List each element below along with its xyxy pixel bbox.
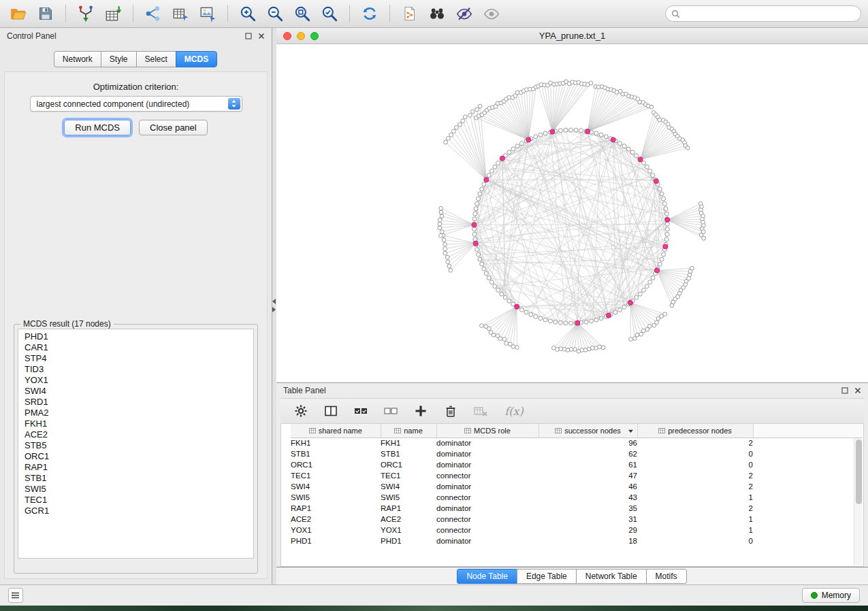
- import-network-button[interactable]: [74, 3, 97, 24]
- mcds-node-item[interactable]: SWI4: [25, 386, 253, 397]
- refresh-view-button[interactable]: [358, 3, 381, 24]
- table-cell: TEC1: [381, 470, 436, 481]
- column-header-name[interactable]: name: [381, 424, 436, 437]
- criterion-value: largest connected component (undirected): [37, 99, 190, 109]
- mcds-node-item[interactable]: ORC1: [25, 451, 253, 462]
- search-network-button[interactable]: [425, 3, 449, 24]
- add-column-button[interactable]: [413, 403, 429, 419]
- zoom-window-dot[interactable]: [310, 32, 319, 40]
- hide-panel-button[interactable]: [453, 3, 476, 24]
- mcds-node-item[interactable]: TID3: [25, 364, 253, 375]
- memory-button[interactable]: Memory: [802, 588, 860, 603]
- network-canvas[interactable]: [276, 44, 868, 382]
- tab-network-table[interactable]: Network Table: [576, 569, 647, 584]
- fx-icon: f(x): [504, 405, 523, 418]
- collapse-left-icon[interactable]: [272, 299, 276, 304]
- table-row[interactable]: RAP1RAP1dominator352: [291, 503, 862, 514]
- table-cell: 43: [539, 492, 637, 503]
- table-row[interactable]: SWI4SWI4dominator462: [291, 481, 862, 492]
- table-row[interactable]: FKH1FKH1dominator962: [291, 437, 862, 448]
- columns-icon: [324, 404, 338, 418]
- select-all-button[interactable]: [353, 403, 369, 419]
- show-column-button[interactable]: [323, 403, 339, 419]
- close-window-dot[interactable]: [283, 32, 291, 40]
- delete-column-button[interactable]: [443, 403, 459, 419]
- mcds-node-item[interactable]: RAP1: [25, 462, 253, 473]
- mcds-node-item[interactable]: SWI5: [25, 484, 253, 495]
- column-header-successor-nodes[interactable]: successor nodes: [539, 424, 637, 437]
- tab-edge-table[interactable]: Edge Table: [517, 569, 577, 584]
- close-panel-icon[interactable]: [854, 387, 861, 394]
- export-image-button[interactable]: [196, 3, 219, 24]
- scrollbar-thumb[interactable]: [856, 440, 862, 504]
- mcds-node-item[interactable]: CAR1: [25, 342, 253, 353]
- mcds-node-item[interactable]: STB1: [25, 473, 253, 484]
- new-network-button[interactable]: [142, 3, 165, 24]
- mcds-node-item[interactable]: SRD1: [25, 397, 253, 408]
- tab-style[interactable]: Style: [101, 51, 137, 67]
- table-row[interactable]: PHD1PHD1dominator180: [291, 535, 862, 546]
- mcds-node-item[interactable]: STB5: [25, 440, 253, 451]
- table-row[interactable]: ORC1ORC1dominator610: [291, 459, 862, 470]
- search-box: [665, 5, 861, 22]
- mcds-node-item[interactable]: GCR1: [25, 506, 253, 516]
- zoom-selected-button[interactable]: [318, 3, 341, 24]
- criterion-select[interactable]: largest connected component (undirected): [30, 96, 242, 112]
- tab-select[interactable]: Select: [136, 51, 176, 67]
- delete-table-button[interactable]: [472, 403, 489, 419]
- table-cell: SWI4: [381, 481, 436, 492]
- table-row[interactable]: ACE2ACE2connector311: [291, 514, 862, 525]
- table-cell: dominator: [436, 481, 539, 492]
- function-builder-button[interactable]: f(x): [502, 403, 526, 419]
- mcds-node-item[interactable]: YOX1: [25, 375, 253, 386]
- mcds-node-item[interactable]: FKH1: [25, 418, 253, 429]
- zoom-fit-button[interactable]: [291, 3, 314, 24]
- table-cell: 35: [539, 503, 637, 514]
- search-input[interactable]: [684, 8, 855, 19]
- panel-menu-button[interactable]: [8, 588, 23, 603]
- table-cell: 2: [637, 470, 753, 481]
- close-panel-button[interactable]: Close panel: [139, 120, 208, 135]
- mcds-node-item[interactable]: PMA2: [25, 408, 253, 418]
- table-settings-button[interactable]: [293, 403, 309, 419]
- table-row[interactable]: SWI5SWI5connector431: [291, 492, 862, 503]
- node-table: shared namenameMCDS rolesuccessor nodesp…: [291, 424, 862, 546]
- network-window: YPA_prune.txt_1: [276, 28, 868, 383]
- minimize-window-dot[interactable]: [297, 32, 305, 40]
- table-cell: connector: [436, 492, 539, 503]
- mcds-node-item[interactable]: STP4: [25, 353, 253, 364]
- close-panel-icon[interactable]: [258, 33, 265, 39]
- float-panel-icon[interactable]: [245, 33, 252, 39]
- table-panel: Table Panel: [276, 383, 868, 584]
- tab-node-table[interactable]: Node Table: [457, 569, 517, 584]
- zoom-out-button[interactable]: [263, 3, 287, 24]
- mcds-node-item[interactable]: PHD1: [25, 331, 253, 342]
- column-header-MCDS-role[interactable]: MCDS role: [436, 424, 539, 437]
- float-panel-icon[interactable]: [841, 387, 848, 394]
- panel-splitter[interactable]: [272, 28, 276, 584]
- export-table-button[interactable]: [169, 3, 192, 24]
- table-cell: RAP1: [381, 503, 436, 514]
- run-mcds-button[interactable]: Run MCDS: [64, 120, 131, 135]
- mcds-node-item[interactable]: ACE2: [25, 429, 253, 440]
- import-table-button[interactable]: [101, 3, 125, 24]
- mcds-node-item[interactable]: TEC1: [25, 495, 253, 506]
- tab-network[interactable]: Network: [54, 51, 101, 67]
- table-row[interactable]: TEC1TEC1connector472: [291, 470, 862, 481]
- tab-mcds[interactable]: MCDS: [176, 51, 217, 67]
- tab-motifs[interactable]: Motifs: [646, 569, 687, 584]
- collapse-right-icon[interactable]: [272, 307, 276, 312]
- open-network-button[interactable]: [7, 3, 30, 24]
- share-document-button[interactable]: [398, 3, 421, 24]
- column-header-predecessor-nodes[interactable]: predecessor nodes: [637, 424, 753, 437]
- save-session-button[interactable]: [34, 3, 57, 24]
- show-panel-button[interactable]: [480, 3, 503, 24]
- table-row[interactable]: YOX1YOX1connector291: [291, 525, 862, 535]
- table-row[interactable]: STB1STB1dominator620: [291, 448, 862, 459]
- table-scrollbar[interactable]: [854, 438, 863, 565]
- column-header-shared-name[interactable]: shared name: [291, 424, 381, 437]
- zoom-in-button[interactable]: [236, 3, 259, 24]
- table-cell: YOX1: [291, 525, 381, 535]
- deselect-all-button[interactable]: [383, 403, 399, 419]
- table-cell: SWI5: [381, 492, 436, 503]
